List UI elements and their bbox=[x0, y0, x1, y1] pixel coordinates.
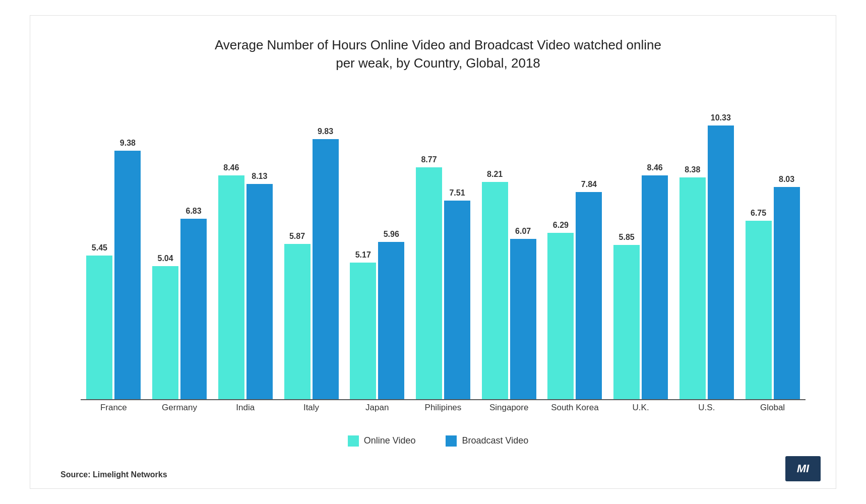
source-label: Source: bbox=[60, 470, 91, 479]
bar-value-broadcast-4: 5.96 bbox=[384, 230, 399, 239]
bars-pair: 5.459.38 bbox=[86, 151, 141, 400]
bar-online-9: 8.38 bbox=[679, 177, 706, 400]
bar-broadcast-8: 8.46 bbox=[642, 175, 668, 400]
bars-pair: 5.046.83 bbox=[152, 219, 207, 400]
bar-value-online-9: 8.38 bbox=[685, 165, 700, 174]
country-group-italy: 5.879.83 bbox=[284, 139, 339, 400]
bar-value-broadcast-2: 8.13 bbox=[252, 172, 267, 181]
bar-value-broadcast-7: 7.84 bbox=[581, 180, 597, 189]
x-axis bbox=[81, 399, 806, 400]
bar-broadcast-6: 6.07 bbox=[510, 239, 536, 400]
bar-value-online-8: 5.85 bbox=[619, 233, 635, 242]
bar-value-online-1: 5.04 bbox=[158, 254, 173, 263]
bar-value-online-2: 8.46 bbox=[223, 163, 239, 172]
bar-online-10: 6.75 bbox=[746, 221, 772, 400]
bars-pair: 5.879.83 bbox=[284, 139, 339, 400]
bar-value-online-10: 6.75 bbox=[751, 209, 766, 218]
chart-container: Average Number of Hours Online Video and… bbox=[30, 15, 836, 489]
country-label-9: U.S. bbox=[676, 403, 737, 413]
country-group-singapore: 8.216.07 bbox=[482, 182, 536, 400]
bar-value-broadcast-3: 9.83 bbox=[318, 127, 333, 136]
country-group-south-korea: 6.297.84 bbox=[547, 192, 602, 400]
country-group-u.s.: 8.3810.33 bbox=[679, 125, 734, 400]
bar-value-broadcast-0: 9.38 bbox=[120, 139, 136, 148]
bar-broadcast-9: 10.33 bbox=[708, 125, 734, 400]
bars-area: 5.459.385.046.838.468.135.879.835.175.96… bbox=[81, 88, 806, 400]
country-group-global: 6.758.03 bbox=[746, 187, 800, 400]
bar-broadcast-0: 9.38 bbox=[114, 151, 141, 400]
chart-title: Average Number of Hours Online Video and… bbox=[71, 36, 806, 73]
bar-broadcast-4: 5.96 bbox=[378, 242, 404, 400]
bar-value-broadcast-9: 10.33 bbox=[711, 113, 731, 122]
country-label-7: South Korea bbox=[544, 403, 605, 413]
bar-broadcast-2: 8.13 bbox=[246, 184, 273, 400]
bar-online-7: 6.29 bbox=[547, 233, 574, 400]
bar-online-4: 5.17 bbox=[350, 263, 376, 400]
country-group-japan: 5.175.96 bbox=[350, 242, 404, 400]
bar-value-online-6: 8.21 bbox=[487, 170, 503, 179]
bars-pair: 5.858.46 bbox=[613, 175, 668, 400]
legend-item-online: Online Video bbox=[348, 435, 416, 447]
country-label-3: Italy bbox=[281, 403, 342, 413]
bars-pair: 8.777.51 bbox=[416, 167, 470, 400]
country-label-0: France bbox=[83, 403, 144, 413]
bar-value-online-3: 5.87 bbox=[289, 232, 305, 241]
bar-value-broadcast-10: 8.03 bbox=[779, 175, 794, 184]
country-group-philipines: 8.777.51 bbox=[416, 167, 470, 400]
bars-pair: 5.175.96 bbox=[350, 242, 404, 400]
country-label-8: U.K. bbox=[610, 403, 671, 413]
source-value: Limelight Networks bbox=[93, 470, 167, 479]
bar-value-online-0: 5.45 bbox=[92, 243, 107, 253]
bars-pair: 6.758.03 bbox=[746, 187, 800, 400]
bars-pair: 8.216.07 bbox=[482, 182, 536, 400]
bar-broadcast-1: 6.83 bbox=[180, 219, 207, 400]
bar-value-broadcast-1: 6.83 bbox=[186, 207, 202, 216]
country-group-germany: 5.046.83 bbox=[152, 219, 207, 400]
bars-pair: 6.297.84 bbox=[547, 192, 602, 400]
bar-value-online-4: 5.17 bbox=[355, 250, 371, 260]
bar-value-online-5: 8.77 bbox=[421, 155, 437, 164]
bar-online-1: 5.04 bbox=[152, 266, 178, 400]
logo-area: MI bbox=[785, 456, 821, 481]
logo-text: MI bbox=[797, 462, 809, 475]
bars-pair: 8.3810.33 bbox=[679, 125, 734, 400]
online-legend-box bbox=[348, 435, 359, 447]
bar-online-8: 5.85 bbox=[613, 245, 640, 400]
bar-broadcast-7: 7.84 bbox=[576, 192, 602, 400]
bar-broadcast-5: 7.51 bbox=[444, 201, 470, 400]
bar-broadcast-3: 9.83 bbox=[313, 139, 339, 400]
bar-online-5: 8.77 bbox=[416, 167, 442, 400]
broadcast-legend-box bbox=[446, 435, 457, 447]
bar-broadcast-10: 8.03 bbox=[774, 187, 800, 400]
country-label-2: India bbox=[215, 403, 276, 413]
bar-value-online-7: 6.29 bbox=[553, 221, 569, 230]
online-legend-label: Online Video bbox=[364, 435, 416, 446]
source-area: Source: Limelight Networks bbox=[60, 470, 167, 479]
bar-online-0: 5.45 bbox=[86, 256, 112, 400]
country-labels: FranceGermanyIndiaItalyJapanPhilipinesSi… bbox=[81, 403, 806, 430]
bar-online-3: 5.87 bbox=[284, 244, 311, 400]
broadcast-legend-label: Broadcast Video bbox=[462, 435, 528, 446]
bars-pair: 8.468.13 bbox=[218, 175, 273, 400]
country-label-4: Japan bbox=[347, 403, 407, 413]
country-group-france: 5.459.38 bbox=[86, 151, 141, 400]
bar-online-2: 8.46 bbox=[218, 175, 244, 400]
bar-online-6: 8.21 bbox=[482, 182, 508, 400]
bar-value-broadcast-6: 6.07 bbox=[515, 227, 531, 236]
country-group-india: 8.468.13 bbox=[218, 175, 273, 400]
country-label-10: Global bbox=[743, 403, 803, 413]
legend-item-broadcast: Broadcast Video bbox=[446, 435, 528, 447]
country-label-6: Singapore bbox=[479, 403, 539, 413]
country-label-1: Germany bbox=[149, 403, 210, 413]
bar-value-broadcast-8: 8.46 bbox=[647, 163, 663, 172]
country-group-u.k.: 5.858.46 bbox=[613, 175, 668, 400]
chart-area: 5.459.385.046.838.468.135.879.835.175.96… bbox=[71, 88, 806, 430]
legend-area: Online Video Broadcast Video bbox=[71, 435, 806, 447]
country-label-5: Philipines bbox=[413, 403, 473, 413]
bar-value-broadcast-5: 7.51 bbox=[449, 188, 465, 198]
